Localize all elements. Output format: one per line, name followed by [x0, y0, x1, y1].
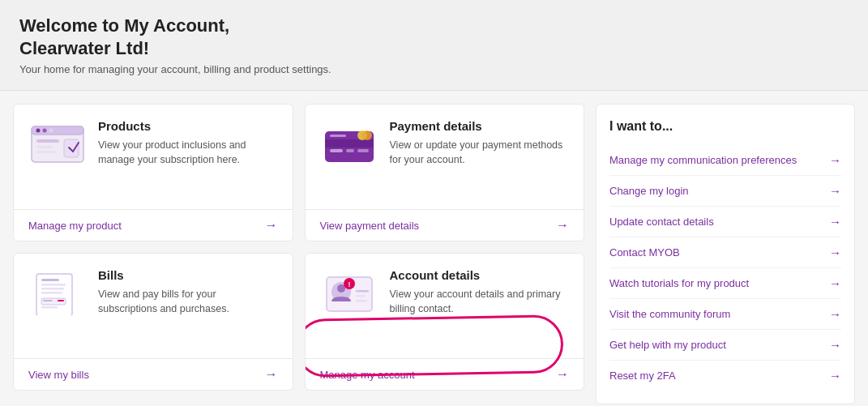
panel-item-tutorials[interactable]: Watch tutorials for my product → — [609, 268, 841, 299]
products-card-body: Products View your product inclusions an… — [14, 105, 293, 209]
payment-desc: View or update your payment methods for … — [390, 138, 570, 167]
account-card-footer[interactable]: Manage my account → — [306, 358, 584, 390]
panel-item-login[interactable]: Change my login → — [609, 176, 841, 207]
svg-rect-5 — [36, 139, 59, 143]
svg-rect-25 — [41, 306, 58, 309]
products-card: Products View your product inclusions an… — [13, 104, 293, 241]
products-desc: View your product inclusions and manage … — [98, 138, 278, 167]
svg-rect-11 — [330, 149, 343, 152]
products-title: Products — [98, 119, 278, 133]
contact-arrow: → — [829, 215, 841, 229]
login-arrow: → — [829, 184, 841, 198]
products-card-footer[interactable]: Manage my product → — [14, 209, 293, 241]
account-card: ! Account details View your account deta… — [305, 253, 585, 391]
svg-rect-8 — [64, 139, 79, 157]
manage-product-link[interactable]: Manage my product — [28, 220, 122, 232]
panel-item-2fa[interactable]: Reset my 2FA → — [609, 361, 841, 391]
twofa-arrow: → — [829, 369, 841, 382]
twofa-label: Reset my 2FA — [609, 370, 676, 382]
panel-item-myob[interactable]: Contact MYOB → — [609, 237, 841, 268]
bills-text: Bills View and pay bills for your subscr… — [98, 268, 278, 350]
communication-arrow: → — [829, 153, 841, 167]
cards-area: Products View your product inclusions an… — [13, 104, 584, 404]
svg-rect-33 — [356, 300, 367, 302]
svg-rect-13 — [357, 149, 369, 152]
bills-arrow-icon: → — [265, 367, 278, 382]
svg-rect-10 — [325, 139, 374, 147]
svg-rect-20 — [41, 288, 64, 290]
svg-rect-24 — [58, 300, 64, 301]
svg-rect-31 — [356, 290, 369, 293]
products-text: Products View your product inclusions an… — [98, 119, 278, 201]
view-bills-link[interactable]: View my bills — [28, 369, 89, 381]
svg-rect-19 — [41, 284, 66, 286]
cards-row-top: Products View your product inclusions an… — [13, 104, 584, 241]
community-arrow: → — [829, 307, 841, 321]
payment-card-body: Payment details View or update your paym… — [306, 105, 584, 209]
main-content: Products View your product inclusions an… — [0, 91, 868, 406]
account-arrow-icon: → — [556, 367, 569, 382]
account-icon: ! — [320, 268, 378, 317]
panel-title: I want to... — [609, 119, 841, 134]
payment-text: Payment details View or update your paym… — [390, 119, 570, 201]
panel-item-contact[interactable]: Update contact details → — [609, 207, 841, 237]
page-subtitle: Your home for managing your account, bil… — [19, 63, 849, 75]
svg-rect-12 — [346, 149, 354, 152]
bills-desc: View and pay bills for your subscription… — [98, 287, 278, 316]
svg-rect-6 — [36, 146, 53, 148]
svg-rect-23 — [43, 300, 53, 301]
payment-arrow-icon: → — [556, 218, 569, 233]
bills-title: Bills — [98, 268, 278, 282]
right-panel: I want to... Manage my communication pre… — [596, 104, 855, 404]
account-text: Account details View your account detail… — [390, 268, 570, 350]
view-payment-link[interactable]: View payment details — [320, 220, 420, 232]
payment-card-footer[interactable]: View payment details → — [306, 209, 584, 241]
myob-arrow: → — [829, 246, 841, 259]
svg-rect-14 — [330, 135, 346, 137]
contact-label: Update contact details — [609, 216, 714, 228]
bills-card-body: Bills View and pay bills for your subscr… — [14, 254, 293, 358]
payment-icon — [320, 119, 378, 168]
panel-item-help[interactable]: Get help with my product → — [609, 330, 841, 361]
svg-rect-18 — [41, 279, 59, 281]
header: Welcome to My Account, Clearwater Ltd! Y… — [0, 0, 868, 91]
help-arrow: → — [829, 338, 841, 352]
svg-rect-32 — [356, 295, 366, 297]
page-wrapper: Welcome to My Account, Clearwater Ltd! Y… — [0, 0, 868, 406]
account-card-body: ! Account details View your account deta… — [306, 254, 584, 358]
svg-text:!: ! — [348, 280, 350, 288]
panel-item-community[interactable]: Visit the community forum → — [609, 299, 841, 330]
svg-point-16 — [362, 130, 372, 140]
products-arrow-icon: → — [265, 218, 278, 233]
payment-card: Payment details View or update your paym… — [305, 104, 585, 241]
payment-title: Payment details — [390, 119, 570, 133]
manage-account-link[interactable]: Manage my account — [320, 369, 415, 381]
myob-label: Contact MYOB — [609, 246, 680, 259]
tutorials-label: Watch tutorials for my product — [609, 277, 749, 289]
tutorials-arrow: → — [829, 276, 841, 290]
cards-row-bottom: Bills View and pay bills for your subscr… — [13, 253, 584, 391]
svg-point-3 — [43, 128, 47, 132]
account-desc: View your account details and primary bi… — [390, 287, 570, 316]
bills-card: Bills View and pay bills for your subscr… — [13, 253, 293, 391]
communication-label: Manage my communication preferences — [609, 154, 797, 166]
login-label: Change my login — [609, 185, 689, 197]
svg-rect-21 — [41, 292, 62, 294]
page-title: Welcome to My Account, Clearwater Ltd! — [19, 15, 849, 59]
community-label: Visit the community forum — [609, 308, 730, 320]
bills-card-footer[interactable]: View my bills → — [14, 358, 293, 390]
svg-point-2 — [36, 128, 41, 132]
svg-point-4 — [49, 128, 53, 132]
products-icon — [28, 119, 87, 168]
svg-rect-7 — [36, 151, 56, 153]
account-title: Account details — [390, 268, 570, 282]
help-label: Get help with my product — [609, 339, 726, 351]
bills-icon — [28, 268, 87, 317]
panel-item-communication[interactable]: Manage my communication preferences → — [609, 145, 841, 176]
